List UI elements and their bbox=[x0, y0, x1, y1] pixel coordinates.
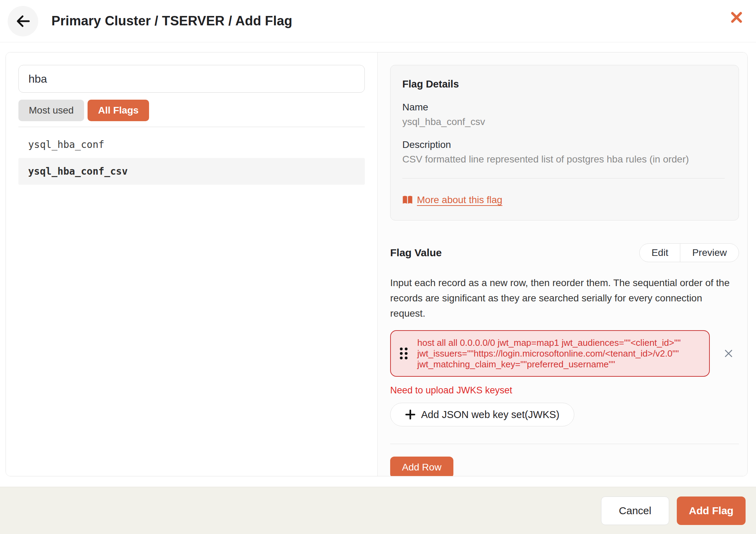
flag-value-heading: Flag Value bbox=[390, 247, 442, 259]
add-flag-dialog-body: Most used All Flags ysql_hba_conf ysql_h… bbox=[6, 52, 748, 476]
flag-search-panel: Most used All Flags ysql_hba_conf ysql_h… bbox=[6, 52, 378, 476]
drag-handle-icon[interactable] bbox=[399, 347, 408, 360]
flag-list-item[interactable]: ysql_hba_conf bbox=[18, 131, 365, 158]
remove-row-button[interactable] bbox=[722, 347, 736, 360]
flag-value-row: host all all 0.0.0.0/0 jwt_map=map1 jwt_… bbox=[390, 330, 739, 377]
back-button[interactable] bbox=[8, 6, 38, 36]
flag-value-help-text: Input each record as a new row, then reo… bbox=[390, 275, 739, 321]
flag-details-heading: Flag Details bbox=[402, 78, 725, 90]
flag-list: ysql_hba_conf ysql_hba_conf_csv bbox=[18, 131, 365, 185]
add-row-button[interactable]: Add Row bbox=[390, 457, 453, 476]
dialog-footer: Cancel Add Flag bbox=[0, 487, 756, 534]
flag-search-input[interactable] bbox=[18, 65, 365, 93]
flag-config-panel: Flag Details Name ysql_hba_conf_csv Desc… bbox=[378, 52, 747, 476]
flag-value-row-box[interactable]: host all all 0.0.0.0/0 jwt_map=map1 jwt_… bbox=[390, 330, 710, 377]
jwks-error-text: Need to upload JWKS keyset bbox=[390, 385, 739, 396]
page-title: Primary Cluster / TSERVER / Add Flag bbox=[51, 14, 292, 28]
close-button[interactable] bbox=[729, 10, 744, 25]
flag-details-card: Flag Details Name ysql_hba_conf_csv Desc… bbox=[390, 65, 739, 220]
flag-filter-tabs: Most used All Flags bbox=[18, 100, 365, 121]
more-about-flag-link[interactable]: More about this flag bbox=[417, 194, 502, 206]
preview-toggle-button[interactable]: Preview bbox=[680, 244, 739, 262]
description-label: Description bbox=[402, 139, 725, 150]
book-icon bbox=[402, 195, 413, 205]
details-divider bbox=[402, 178, 725, 178]
edit-toggle-button[interactable]: Edit bbox=[640, 244, 680, 262]
plus-icon bbox=[405, 409, 416, 420]
modal-header: Primary Cluster / TSERVER / Add Flag bbox=[0, 0, 756, 42]
name-label: Name bbox=[402, 102, 725, 113]
name-value: ysql_hba_conf_csv bbox=[402, 116, 725, 127]
add-jwks-button[interactable]: Add JSON web key set(JWKS) bbox=[390, 403, 574, 426]
edit-preview-toggle: Edit Preview bbox=[639, 243, 739, 262]
add-flag-button[interactable]: Add Flag bbox=[677, 497, 746, 525]
remove-icon bbox=[723, 348, 734, 359]
back-arrow-icon bbox=[15, 15, 31, 27]
flag-list-item-selected[interactable]: ysql_hba_conf_csv bbox=[18, 158, 365, 185]
flag-value-row-text: host all all 0.0.0.0/0 jwt_map=map1 jwt_… bbox=[417, 337, 701, 370]
cancel-button[interactable]: Cancel bbox=[601, 497, 669, 525]
tab-most-used[interactable]: Most used bbox=[18, 100, 84, 121]
description-value: CSV formatted line represented list of p… bbox=[402, 154, 725, 165]
add-jwks-button-label: Add JSON web key set(JWKS) bbox=[421, 409, 559, 420]
flag-value-divider bbox=[390, 444, 739, 444]
filter-list-divider bbox=[18, 127, 365, 127]
close-icon bbox=[730, 11, 743, 24]
tab-all-flags[interactable]: All Flags bbox=[88, 100, 149, 121]
